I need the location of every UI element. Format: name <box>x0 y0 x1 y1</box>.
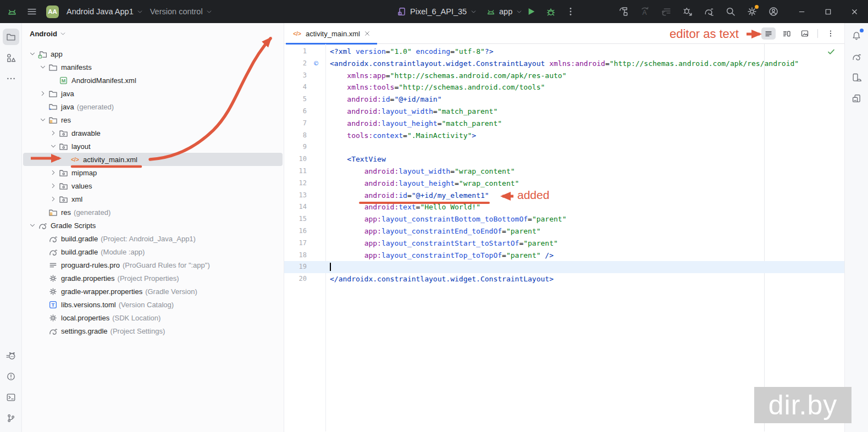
line-number[interactable]: 11 <box>284 165 307 178</box>
chevron-down-icon[interactable] <box>29 221 38 229</box>
recent-files-button[interactable] <box>661 6 672 17</box>
window-close-button[interactable] <box>841 0 867 23</box>
tree-item-local-properties[interactable]: local.properties(SDK Location) <box>22 311 284 324</box>
tab-activity-main-xml[interactable]: </> activity_main.xml <box>286 23 377 44</box>
line-number[interactable]: 5 <box>284 93 307 106</box>
chevron-down-icon[interactable] <box>39 116 48 124</box>
code-line-19[interactable]: 19 <box>284 261 844 273</box>
code-line-4[interactable]: 4 xmlns:tools="http://schemas.android.co… <box>284 81 844 93</box>
more-horizontal-button[interactable] <box>3 70 19 87</box>
code-line-9[interactable]: 9 <box>284 141 844 153</box>
line-number[interactable]: 19 <box>284 261 307 273</box>
device-manager-button[interactable] <box>848 69 865 86</box>
tree-item-layout[interactable]: layout <box>22 140 284 153</box>
tree-item-java[interactable]: *java(generated) <box>22 100 284 113</box>
project-view-selector[interactable]: Android <box>30 27 284 40</box>
tree-item-gradle-wrapper-properties[interactable]: gradle-wrapper.properties(Gradle Version… <box>22 285 284 298</box>
code-line-18[interactable]: 18 app:layout_constraintTop_toTopOf="par… <box>284 250 844 262</box>
tree-item-libs-versions-toml[interactable]: Tlibs.versions.toml(Version Catalog) <box>22 298 284 311</box>
project-folder-button[interactable] <box>3 29 19 45</box>
running-devices-button[interactable] <box>848 90 865 107</box>
line-number[interactable]: 6 <box>284 106 307 118</box>
ai-assistant-button[interactable]: A <box>639 6 650 17</box>
tree-item-androidmanifest-xml[interactable]: MAndroidManifest.xml <box>22 74 284 87</box>
tree-item-res[interactable]: res <box>22 113 284 126</box>
project-selector[interactable]: Android Java App1 <box>63 5 147 18</box>
device-selector[interactable]: Pixel_6_API_35 <box>397 0 477 23</box>
tree-item-proguard-rules-pro[interactable]: proguard-rules.pro(ProGuard Rules for ":… <box>22 258 284 272</box>
tree-item-mipmap[interactable]: mipmap <box>22 166 284 179</box>
chevron-down-icon[interactable] <box>39 63 48 71</box>
tree-item-drawable[interactable]: drawable <box>22 126 284 140</box>
editor-options-button[interactable] <box>823 27 838 40</box>
gutter-related-symbol-icon[interactable]: © <box>307 58 325 70</box>
split-view-button[interactable] <box>779 27 794 40</box>
code-line-2[interactable]: 2©<androidx.constraintlayout.widget.Cons… <box>284 58 844 70</box>
search-button[interactable] <box>725 6 736 17</box>
build-hammer-button[interactable] <box>618 6 629 17</box>
chevron-right-icon[interactable] <box>39 90 48 97</box>
tree-item-app[interactable]: app <box>22 47 284 60</box>
window-maximize-button[interactable] <box>815 0 841 23</box>
line-number[interactable]: 12 <box>284 178 307 190</box>
line-number[interactable]: 9 <box>284 141 307 153</box>
vcs-widget[interactable]: Version control <box>147 5 216 18</box>
line-number[interactable]: 10 <box>284 153 307 165</box>
run-config-selector[interactable]: app <box>486 0 523 23</box>
line-number[interactable]: 15 <box>284 213 307 225</box>
tree-item-values[interactable]: values <box>22 179 284 192</box>
chevron-right-icon[interactable] <box>49 182 59 190</box>
line-number[interactable]: 16 <box>284 225 307 237</box>
settings-gear-button[interactable] <box>747 6 758 17</box>
tree-item-xml[interactable]: xml <box>22 192 284 206</box>
tree-item-settings-gradle[interactable]: settings.gradle(Project Settings) <box>22 324 284 337</box>
line-number[interactable]: 18 <box>284 250 307 262</box>
code-editor[interactable]: 1<?xml version="1.0" encoding="utf-8"?>2… <box>284 44 844 431</box>
code-line-5[interactable]: 5 android:id="@+id/main" <box>284 93 844 106</box>
code-view-button[interactable] <box>761 27 776 40</box>
line-number[interactable]: 8 <box>284 130 307 142</box>
chevron-right-icon[interactable] <box>49 169 59 176</box>
inspection-status-check-icon[interactable] <box>827 47 836 56</box>
terminal-button[interactable] <box>3 389 19 406</box>
window-minimize-button[interactable] <box>788 0 815 23</box>
attach-debugger-button[interactable] <box>682 6 693 17</box>
run-button[interactable] <box>526 6 537 17</box>
tree-item-build-gradle[interactable]: build.gradle(Module :app) <box>22 245 284 258</box>
chevron-down-icon[interactable] <box>49 142 59 150</box>
code-line-11[interactable]: 11 android:layout_width="wrap_content" <box>284 165 844 178</box>
tree-item-res[interactable]: res(generated) <box>22 206 284 219</box>
user-profile-button[interactable] <box>768 6 779 17</box>
tab-close-icon[interactable] <box>364 30 371 37</box>
tree-item-manifests[interactable]: manifests <box>22 60 284 74</box>
code-line-14[interactable]: 14 android:text="Hello World!" <box>284 201 844 213</box>
code-line-1[interactable]: 1<?xml version="1.0" encoding="utf-8"?> <box>284 46 844 58</box>
code-line-16[interactable]: 16 app:layout_constraintEnd_toEndOf="par… <box>284 225 844 237</box>
resource-manager-button[interactable] <box>3 49 19 66</box>
design-view-button[interactable] <box>798 27 812 40</box>
line-number[interactable]: 20 <box>284 273 307 285</box>
debug-button[interactable] <box>545 6 556 17</box>
code-line-7[interactable]: 7 android:layout_height="match_parent" <box>284 118 844 130</box>
profiler-cat-button[interactable] <box>3 347 19 364</box>
code-line-12[interactable]: 12 android:layout_height="wrap_content" <box>284 178 844 190</box>
more-run-options-button[interactable] <box>565 6 576 17</box>
tree-item-java[interactable]: java <box>22 87 284 100</box>
code-line-17[interactable]: 17 app:layout_constraintStart_toStartOf=… <box>284 237 844 250</box>
code-line-10[interactable]: 10 <TextView <box>284 153 844 165</box>
code-line-3[interactable]: 3 xmlns:app="http://schemas.android.com/… <box>284 70 844 82</box>
tree-item-gradle-properties[interactable]: gradle.properties(Project Properties) <box>22 272 284 285</box>
line-number[interactable]: 1 <box>284 46 307 58</box>
chevron-down-icon[interactable] <box>29 50 38 58</box>
line-number[interactable]: 3 <box>284 70 307 82</box>
code-line-15[interactable]: 15 app:layout_constraintBottom_toBottomO… <box>284 213 844 225</box>
tree-item-activity-main-xml[interactable]: </>activity_main.xml <box>23 153 283 166</box>
gradle-elephant-button[interactable] <box>848 48 865 65</box>
code-line-8[interactable]: 8 tools:context=".MainActivity"> <box>284 130 844 142</box>
code-line-20[interactable]: 20</androidx.constraintlayout.widget.Con… <box>284 273 844 285</box>
line-number[interactable]: 4 <box>284 81 307 93</box>
chevron-right-icon[interactable] <box>49 195 59 203</box>
code-line-6[interactable]: 6 android:layout_width="match_parent" <box>284 106 844 118</box>
code-line-13[interactable]: 13 android:id="@+id/my_element1" <box>284 190 844 202</box>
line-number[interactable]: 13 <box>284 190 307 202</box>
